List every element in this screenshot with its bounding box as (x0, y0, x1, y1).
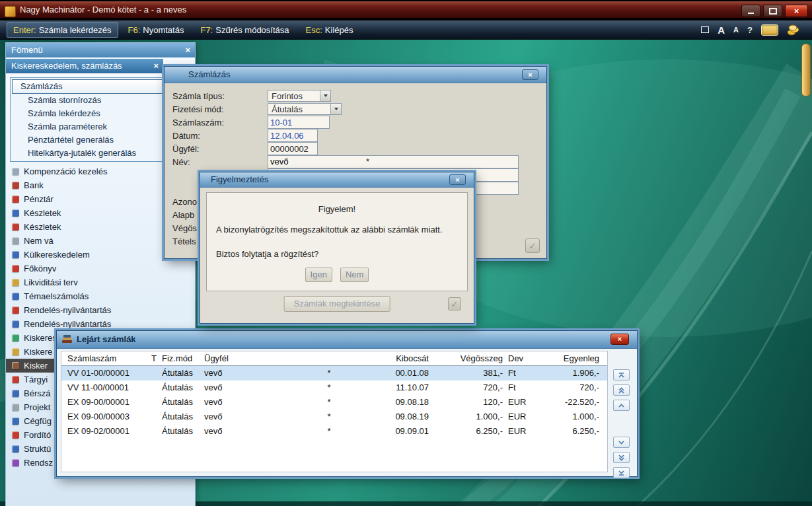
column-header[interactable]: Végösszeg (431, 351, 505, 365)
chevron-up-bar-icon (618, 372, 625, 379)
panel-icon[interactable] (761, 24, 778, 36)
font-decrease-icon[interactable]: A (733, 26, 739, 34)
page-down-button[interactable] (613, 452, 630, 463)
minimize-button[interactable] (741, 5, 760, 17)
cell-customer: vevő (202, 424, 301, 439)
shortcut-key: F6: (128, 25, 141, 35)
no-button[interactable]: Nem (340, 268, 369, 282)
menu-sub-item[interactable]: Pénztártétel generálás (12, 133, 189, 147)
shortcut-label: Nyomtatás (143, 25, 184, 35)
customer-field[interactable] (268, 142, 318, 155)
close-icon[interactable]: × (153, 59, 159, 73)
cell-flag: * (301, 380, 357, 395)
confirm-check-button[interactable]: ✓ (525, 238, 540, 253)
cell-invoice-number: VV 11-00/00001 (61, 380, 149, 395)
mdi-scrollbar-thumb[interactable] (801, 44, 811, 96)
page-up-button[interactable] (613, 384, 630, 396)
overdue-title: Lejárt számlák (77, 334, 136, 344)
cell-total: 1.000,- (431, 410, 505, 424)
maximize-button[interactable] (763, 5, 782, 17)
close-icon[interactable]: × (185, 43, 190, 57)
chevron-down-icon[interactable] (330, 104, 341, 114)
coins-icon[interactable] (787, 24, 800, 36)
warning-footer: Számlák megtekintése ✓ (206, 294, 468, 315)
module-menu-item[interactable]: Rendelés-nyilvántartás (6, 303, 195, 317)
font-increase-icon[interactable]: A (718, 24, 725, 36)
shortcut-f6-button[interactable]: F6: Nyomtatás (122, 22, 191, 38)
column-header[interactable] (301, 351, 357, 365)
cell-flag: * (301, 424, 357, 439)
module-icon (12, 320, 19, 328)
module-menu-item[interactable]: Témaelszámolás (6, 289, 195, 303)
last-record-button[interactable] (613, 467, 630, 478)
close-icon[interactable]: × (610, 334, 629, 345)
module-label: Kisker (24, 361, 48, 371)
table-row[interactable]: VV 01-00/00001 Átutalás vevő * 00.01.08 … (61, 366, 607, 380)
module-icon (12, 279, 19, 286)
module-label: Kiskere (24, 347, 52, 357)
next-record-button[interactable] (613, 437, 630, 448)
menu-sub-item[interactable]: Számla stornírozás (12, 94, 189, 107)
chevron-down-bar-icon (618, 470, 625, 476)
menu-sub-item[interactable]: Hitelkártya-jutalék generálás (12, 147, 189, 160)
invoice-number-label: Számlaszám: (172, 118, 268, 127)
name-label: Név: (172, 157, 268, 167)
previous-record-button[interactable] (613, 400, 630, 411)
menu-tab-header[interactable]: Kiskereskedelem, számlázás × (6, 59, 163, 73)
help-icon[interactable]: ? (747, 25, 753, 35)
close-icon[interactable]: × (449, 174, 466, 185)
invoice-type-value: Forintos (268, 91, 306, 101)
column-header[interactable]: Kibocsát (357, 351, 431, 365)
column-header[interactable]: Ügyfél (202, 351, 301, 365)
restore-window-icon[interactable] (701, 26, 709, 33)
date-field[interactable] (268, 129, 318, 142)
name-value: vevő (270, 157, 288, 166)
module-menu-item[interactable]: Rendelés-nyilvántartás (6, 317, 195, 331)
warning-message-2: Biztos folytatja a rögzítést? (216, 249, 467, 259)
column-header[interactable]: Dev (505, 351, 536, 365)
module-menu-item[interactable]: Főkönyv (6, 262, 195, 275)
app-titlebar: Nagy Machinátor - Demó kötet - a - a nev… (0, 0, 812, 18)
module-icon (12, 348, 19, 355)
chevron-down-icon[interactable] (320, 90, 330, 101)
column-header[interactable]: Fiz.mód (159, 351, 202, 365)
payment-method-select[interactable]: Átutalás (268, 103, 342, 115)
table-row[interactable]: VV 11-00/00001 Átutalás vevő * 11.10.07 … (61, 380, 607, 395)
invoice-number-field[interactable] (268, 116, 330, 129)
menu-sub-item[interactable]: Számla lekérdezés (12, 107, 189, 120)
shortcut-label: Kilépés (325, 25, 353, 35)
shortcut-f7-button[interactable]: F7: Szűrés módosítása (194, 22, 295, 38)
table-row[interactable]: EX 09-00/00003 Átutalás vevő * 09.08.19 … (61, 410, 607, 424)
main-menu-title: Fömenü (11, 45, 43, 55)
warning-title: Figyelmeztetés (211, 174, 268, 184)
module-icon (12, 334, 19, 342)
window-controls: × (741, 5, 808, 17)
close-icon[interactable]: × (522, 69, 538, 80)
chevron-down-icon (618, 439, 625, 446)
name-field[interactable]: vevő * (268, 155, 519, 168)
cell-issued-date: 09.08.19 (357, 410, 431, 424)
shortcut-enter-button[interactable]: Enter: Számla lekérdezés (7, 22, 118, 38)
payment-method-value: Átutalás (268, 104, 306, 114)
cell-type (149, 380, 159, 395)
view-invoices-button[interactable]: Számlák megtekintése (284, 296, 390, 312)
column-header[interactable]: Számlaszám (61, 351, 149, 365)
confirm-check-button[interactable]: ✓ (448, 297, 461, 310)
module-icon (12, 390, 19, 397)
table-row[interactable]: EX 09-00/00001 Átutalás vevő * 09.08.18 … (61, 395, 607, 410)
column-header[interactable]: Egyenleg (536, 351, 602, 365)
menu-item-selected[interactable]: Számlázás (12, 79, 189, 94)
column-header[interactable]: T (149, 351, 159, 365)
first-record-button[interactable] (613, 369, 630, 380)
invoice-type-select[interactable]: Forintos (268, 90, 331, 102)
module-label: Nem vá (24, 236, 54, 246)
module-menu-item[interactable]: Likviditási terv (6, 275, 195, 289)
menu-sub-item[interactable]: Számla paraméterek (12, 120, 189, 133)
yes-button[interactable]: Igen (305, 268, 332, 282)
close-button[interactable]: × (785, 5, 808, 17)
warning-heading: Figyelem! (207, 193, 467, 214)
table-row[interactable]: EX 09-02/00001 Átutalás vevő * 09.09.01 … (61, 424, 607, 439)
shortcut-esc-button[interactable]: Esc: Kilépés (299, 22, 360, 38)
screen: Nagy Machinátor - Demó kötet - a - a nev… (0, 0, 812, 506)
cell-issued-date: 00.01.08 (357, 366, 431, 380)
